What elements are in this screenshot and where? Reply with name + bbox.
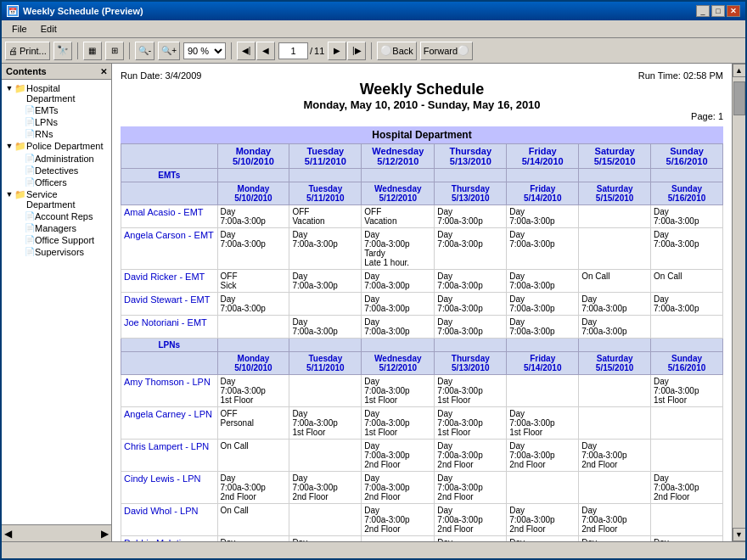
page-first-button[interactable]: ◀| <box>237 42 256 60</box>
table-row: Amal Acasio - EMTDay7:00a-3:00pOFFVacati… <box>121 205 723 228</box>
employee-name[interactable]: Angela Carney - LPN <box>121 407 218 440</box>
binoculars-icon: 🔭 <box>57 45 69 56</box>
expand-emts-icon <box>14 106 25 115</box>
page-last-button[interactable]: |▶ <box>347 42 366 60</box>
page-total: 11 <box>314 46 324 56</box>
sidebar-item-rns[interactable]: 📄 RNs <box>14 128 109 140</box>
employee-name[interactable]: Joe Notoriani - EMT <box>121 316 218 339</box>
sidebar-item-detectives[interactable]: 📄 Detectives <box>14 165 109 176</box>
employee-name[interactable]: Chris Lampert - LPN <box>121 440 218 472</box>
print-button[interactable]: 🖨 Print... <box>5 42 50 60</box>
table-row: David Stewart - EMTDay7:00a-3:00pDay7:00… <box>121 293 723 316</box>
close-button[interactable]: ✕ <box>727 5 740 17</box>
menu-file[interactable]: File <box>5 22 34 36</box>
table-row: Cindy Lewis - LPNDay7:00a-3:00p2nd Floor… <box>121 472 723 504</box>
sidebar-prev-button[interactable]: ◀ <box>4 528 12 540</box>
doc-icon: 📄 <box>25 177 35 187</box>
minimize-button[interactable]: _ <box>696 5 710 17</box>
zoom-select[interactable]: 90 % <box>183 42 226 59</box>
employee-name[interactable]: Amy Thomson - LPN <box>121 375 218 407</box>
sidebar-item-supervisors[interactable]: 📄 Supervisors <box>14 246 109 258</box>
schedule-cell <box>289 375 362 407</box>
sidebar-item-lpns[interactable]: 📄 LPNs <box>14 116 109 128</box>
sidebar-item-acct-reps[interactable]: 📄 Account Reps <box>14 210 109 222</box>
separator-1 <box>77 42 78 59</box>
report-subtitle: Monday, May 10, 2010 - Sunday, May 16, 2… <box>121 98 723 111</box>
folder-icon: 📁 <box>14 141 26 152</box>
vscroll-up-button[interactable]: ▲ <box>733 64 746 77</box>
section-days-row: Monday5/10/2010Tuesday5/11/2010Wednesday… <box>121 352 723 375</box>
page-number-input[interactable] <box>278 42 308 59</box>
expand-hospital-icon[interactable]: ▼ <box>4 84 14 92</box>
sidebar-next-button[interactable]: ▶ <box>101 528 109 540</box>
schedule-cell: On Call <box>579 270 651 293</box>
schedule-cell: Day7:00a-3:00p <box>217 228 289 270</box>
sidebar-item-police[interactable]: ▼ 📁 Police Department <box>4 140 109 153</box>
employee-name[interactable]: Cindy Lewis - LPN <box>121 472 218 504</box>
hospital-children: 📄 EMTs 📄 LPNs 📄 RNs <box>4 104 109 140</box>
run-date: Run Date: 3/4/2009 <box>121 70 201 81</box>
back-icon: ⚪ <box>380 45 392 56</box>
single-page-button[interactable]: ▦ <box>83 42 102 60</box>
hospital-label: Hospital Department <box>26 83 109 104</box>
report-title: Weekly Schedule <box>121 81 723 98</box>
title-icon: 📅 <box>7 5 19 17</box>
schedule-cell: Day7:00a-3:00p <box>651 228 723 270</box>
table-row: Joe Notoriani - EMTDay7:00a-3:00pDay7:00… <box>121 316 723 339</box>
schedule-cell: Day7:00a-3:00p1st Floor <box>362 375 435 407</box>
employee-name[interactable]: Angela Carson - EMT <box>121 228 218 270</box>
schedule-cell: On Call <box>217 504 289 536</box>
thu-date: 5/13/2010 <box>450 156 491 166</box>
employee-name[interactable]: David Stewart - EMT <box>121 293 218 316</box>
vscroll-track[interactable] <box>733 77 745 528</box>
zoom-in-button[interactable]: 🔍+ <box>158 42 180 60</box>
maximize-button[interactable]: □ <box>711 5 725 17</box>
admin-label: Administration <box>35 154 109 164</box>
schedule-table: Monday5/10/2010 Tuesday5/11/2010 Wednesd… <box>121 143 723 541</box>
vscroll-thumb[interactable] <box>733 81 745 115</box>
schedule-cell <box>651 504 723 536</box>
menu-edit[interactable]: Edit <box>34 22 64 36</box>
back-button[interactable]: ⚪ Back <box>377 42 416 60</box>
menu-bar: File Edit <box>2 20 745 38</box>
sidebar-item-managers[interactable]: 📄 Managers <box>14 222 109 234</box>
multi-page-button[interactable]: ⊞ <box>105 42 124 60</box>
table-row: Angela Carney - LPNOFFPersonalDay7:00a-3… <box>121 407 723 440</box>
forward-button[interactable]: Forward ⚪ <box>420 42 473 60</box>
expand-icon <box>14 224 25 232</box>
content-wrapper: Run Date: 3/4/2009 Run Time: 02:58 PM We… <box>112 64 745 541</box>
sidebar-item-service[interactable]: ▼ 📁 Service Department <box>4 188 109 210</box>
page-prev-button[interactable]: ◀ <box>256 42 275 60</box>
employee-name[interactable]: David Whol - LPN <box>121 504 218 536</box>
table-header-row: Monday5/10/2010 Tuesday5/11/2010 Wednesd… <box>121 144 723 169</box>
expand-service-icon[interactable]: ▼ <box>4 190 14 199</box>
sidebar-item-hospital[interactable]: ▼ 📁 Hospital Department <box>4 82 109 104</box>
schedule-cell: Day7:00a-3:00p <box>289 228 362 270</box>
sidebar: Contents ✕ ▼ 📁 Hospital Department 📄 EMT… <box>2 64 112 541</box>
schedule-cell <box>651 316 723 339</box>
sidebar-close-button[interactable]: ✕ <box>100 67 107 76</box>
schedule-cell: Day7:00a-3:00p2nd Floor <box>435 504 507 536</box>
sidebar-item-officers[interactable]: 📄 Officers <box>14 176 109 188</box>
doc-icon: 📄 <box>25 223 35 232</box>
expand-lpns-icon <box>14 118 25 126</box>
zoom-out-button[interactable]: 🔍- <box>135 42 154 60</box>
vscroll-down-button[interactable]: ▼ <box>733 528 746 541</box>
section-header-row: LPNs <box>121 339 723 352</box>
table-row: David Whol - LPNOn CallDay7:00a-3:00p2nd… <box>121 504 723 536</box>
sidebar-item-office-support[interactable]: 📄 Office Support <box>14 234 109 246</box>
service-children: 📄 Account Reps 📄 Managers 📄 Office Suppo… <box>4 210 109 258</box>
header-meta: Run Date: 3/4/2009 Run Time: 02:58 PM <box>121 70 723 81</box>
employee-name[interactable]: David Ricker - EMT <box>121 270 218 293</box>
schedule-cell: Day7:00a-3:00p2nd Floor <box>289 472 362 504</box>
employee-name[interactable]: Amal Acasio - EMT <box>121 205 218 228</box>
schedule-cell: Day7:00a-3:00p1st Floor <box>435 375 507 407</box>
find-button[interactable]: 🔭 <box>53 42 72 60</box>
schedule-cell: OFFSick <box>217 270 289 293</box>
page-next-button[interactable]: ▶ <box>328 42 346 60</box>
sidebar-item-emts[interactable]: 📄 EMTs <box>14 104 109 116</box>
sidebar-item-admin[interactable]: 📄 Administration <box>14 153 109 165</box>
expand-police-icon[interactable]: ▼ <box>4 142 14 150</box>
schedule-cell <box>289 504 362 536</box>
expand-icon <box>14 178 25 187</box>
